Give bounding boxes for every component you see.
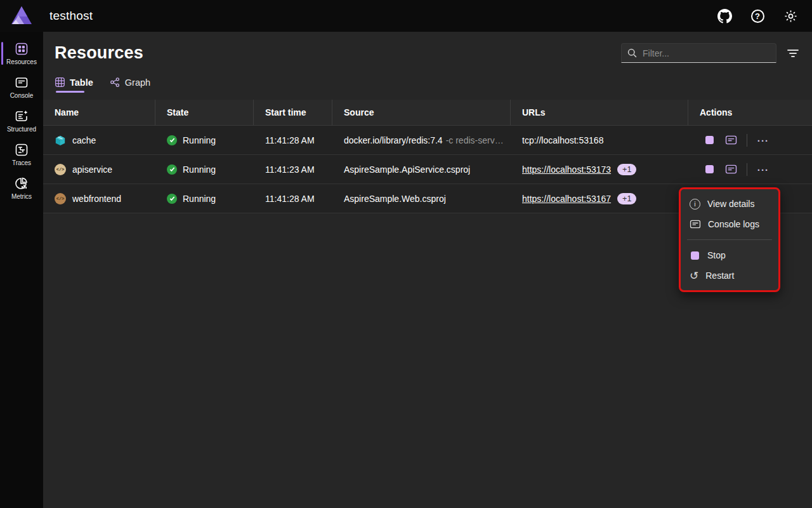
table-row: cache Running 11:41:28 AM docker.io/libr… — [43, 126, 812, 155]
more-urls-badge[interactable]: +1 — [617, 193, 636, 204]
project-code-icon: </> — [55, 193, 66, 204]
container-cube-icon — [55, 135, 66, 146]
table-grid-icon — [55, 77, 65, 88]
tab-label: Graph — [125, 77, 150, 88]
menu-item-view-details[interactable]: i View details — [683, 194, 776, 214]
help-icon[interactable]: ? — [750, 8, 765, 23]
github-icon[interactable] — [717, 8, 732, 23]
project-code-icon: </> — [55, 164, 66, 175]
start-time: 11:41:28 AM — [254, 184, 332, 213]
resource-name: apiservice — [72, 164, 112, 175]
filter-options-icon[interactable] — [785, 46, 801, 61]
app-title: testhost — [49, 9, 93, 23]
menu-item-label: Console logs — [708, 219, 759, 229]
running-check-icon — [167, 194, 177, 204]
page-title: Resources — [55, 43, 143, 63]
sidebar-label: Resources — [6, 58, 37, 65]
traces-icon — [14, 142, 29, 157]
menu-item-label: Restart — [705, 271, 734, 281]
metrics-icon — [14, 176, 29, 191]
menu-item-label: Stop — [707, 250, 726, 260]
more-actions-button[interactable]: ... — [754, 161, 773, 178]
col-header-source: Source — [332, 100, 511, 125]
url-text: tcp://localhost:53168 — [522, 135, 603, 145]
sidebar-label: Console — [10, 92, 34, 99]
console-icon — [14, 75, 29, 90]
more-urls-badge[interactable]: +1 — [617, 164, 636, 175]
start-time: 11:41:28 AM — [254, 126, 332, 154]
start-time: 11:41:23 AM — [254, 155, 332, 184]
stop-button[interactable] — [700, 131, 719, 149]
running-check-icon — [167, 164, 177, 175]
more-actions-button[interactable]: ... — [754, 131, 773, 149]
tab-table[interactable]: Table — [55, 77, 93, 93]
sidebar-item-structured[interactable]: Structured — [0, 104, 43, 137]
state-text: Running — [183, 194, 216, 204]
view-tabs: Table Graph — [43, 63, 812, 93]
console-logs-button[interactable] — [721, 161, 740, 178]
info-icon: i — [690, 199, 700, 210]
col-header-start-time: Start time — [254, 100, 332, 125]
filter-input[interactable] — [643, 48, 771, 58]
col-header-state: State — [155, 100, 254, 125]
menu-item-console-logs[interactable]: Console logs — [683, 214, 776, 234]
menu-item-label: View details — [707, 199, 754, 209]
menu-item-restart[interactable]: ↺ Restart — [683, 265, 776, 286]
sidebar-item-metrics[interactable]: Metrics — [0, 171, 43, 204]
resources-grid-icon — [14, 41, 29, 57]
menu-item-stop[interactable]: Stop — [683, 245, 776, 265]
sidebar-item-resources[interactable]: Resources — [0, 37, 43, 70]
stop-button[interactable] — [700, 161, 719, 178]
table-row: </> apiservice Running 11:41:23 AM Aspir… — [43, 155, 812, 184]
top-bar: testhost ? — [0, 0, 812, 32]
state-text: Running — [183, 164, 216, 175]
tab-graph[interactable]: Graph — [110, 77, 150, 93]
source-text: docker.io/library/redis:7.4 — [344, 135, 443, 145]
source-text: AspireSample.ApiService.csproj — [344, 164, 470, 175]
restart-icon: ↺ — [690, 271, 698, 281]
col-header-name: Name — [43, 100, 155, 125]
resource-name: webfrontend — [72, 194, 121, 204]
table-header-row: Name State Start time Source URLs Action… — [43, 100, 812, 126]
url-link[interactable]: https://localhost:53173 — [522, 164, 611, 175]
filter-box — [621, 43, 776, 63]
sidebar-item-traces[interactable]: Traces — [0, 138, 43, 171]
console-logs-icon — [690, 220, 701, 229]
structured-logs-icon — [14, 109, 29, 124]
graph-nodes-icon — [110, 77, 121, 88]
sidebar-label: Metrics — [11, 193, 32, 200]
tab-label: Table — [70, 77, 93, 88]
url-link[interactable]: https://localhost:53167 — [522, 194, 611, 204]
resource-name: cache — [72, 135, 96, 145]
sidebar-item-console[interactable]: Console — [0, 70, 43, 104]
actions-context-menu: i View details Console logs Stop ↺ Resta… — [679, 187, 780, 292]
source-args: -c redis-serv… — [446, 135, 504, 145]
settings-gear-icon[interactable] — [783, 8, 798, 23]
sidebar-label: Structured — [7, 126, 36, 133]
aspire-logo-icon — [0, 5, 43, 27]
console-logs-button[interactable] — [721, 131, 740, 149]
search-icon — [627, 48, 638, 58]
state-text: Running — [183, 135, 216, 145]
col-header-actions: Actions — [688, 100, 812, 125]
menu-divider — [687, 239, 772, 240]
stop-square-icon — [691, 251, 699, 260]
running-check-icon — [167, 135, 177, 145]
col-header-urls: URLs — [511, 100, 688, 125]
sidebar: Resources Console Structured Traces — [0, 32, 43, 508]
source-text: AspireSample.Web.csproj — [344, 194, 446, 204]
sidebar-label: Traces — [12, 159, 31, 166]
